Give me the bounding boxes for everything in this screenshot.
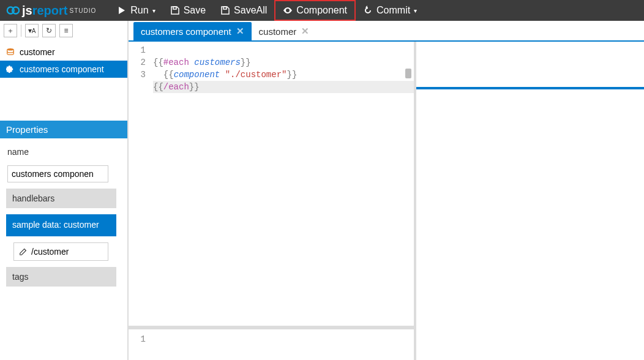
editor-split: 1 2 3 {{#each customers}} {{component ".… xyxy=(129,42,644,360)
tree-item-label: customers component xyxy=(20,64,104,74)
filter-button[interactable]: ▾A xyxy=(25,24,39,37)
logo-prefix: js xyxy=(22,4,32,18)
caret-down-icon: ▾ xyxy=(152,7,155,14)
tabs-row: customers component ✕ customer ✕ xyxy=(129,21,644,42)
menu-button[interactable]: ≡ xyxy=(59,24,73,37)
code-editor-main[interactable]: 1 2 3 {{#each customers}} {{component ".… xyxy=(129,42,414,326)
tree-toolbar: ＋ ▾A ↻ ≡ xyxy=(0,21,127,41)
preview-column xyxy=(416,42,644,360)
line-gutter: 1 2 3 xyxy=(129,42,153,326)
toolbar-items: Run ▾ Save SaveAll Component Commit ▾ xyxy=(110,0,424,21)
save-icon xyxy=(220,6,230,15)
run-label: Run xyxy=(130,5,148,16)
tab-label: customers component xyxy=(141,26,231,37)
right-pane: customers component ✕ customer ✕ 1 2 3 {… xyxy=(129,21,644,360)
commit-button[interactable]: Commit ▾ xyxy=(356,0,424,21)
entity-tree: customer customers component xyxy=(0,41,127,78)
tags-row[interactable]: tags xyxy=(6,267,116,287)
svg-rect-3 xyxy=(223,7,227,9)
properties-body: name xyxy=(0,138,127,189)
line-gutter: 1 xyxy=(129,329,153,360)
svg-point-4 xyxy=(7,48,14,51)
database-icon xyxy=(6,48,15,56)
scroll-thumb[interactable] xyxy=(405,69,411,78)
logo-icon xyxy=(6,4,20,17)
tab-customers-component[interactable]: customers component ✕ xyxy=(133,22,252,40)
line-number: 2 xyxy=(129,56,146,69)
commit-label: Commit xyxy=(376,5,410,16)
save-icon xyxy=(170,6,180,15)
puzzle-icon xyxy=(6,65,15,73)
sample-data-row[interactable]: sample data: customer xyxy=(6,214,116,236)
main-area: ＋ ▾A ↻ ≡ customer customers component Pr… xyxy=(0,21,644,360)
name-label: name xyxy=(7,144,120,159)
logo-suffix: STUDIO xyxy=(69,7,96,14)
caret-down-icon: ▾ xyxy=(414,7,417,14)
divider xyxy=(21,24,21,37)
run-button[interactable]: Run ▾ xyxy=(110,0,162,21)
logo-main: report xyxy=(32,4,68,18)
close-icon[interactable]: ✕ xyxy=(236,26,244,37)
logo[interactable]: jsreport STUDIO xyxy=(0,0,102,21)
line-number: 1 xyxy=(129,334,146,344)
tree-item-label: customer xyxy=(20,47,55,57)
properties-header: Properties xyxy=(0,121,127,138)
eye-icon xyxy=(283,6,293,15)
code-body[interactable]: {{#each customers}} {{component "./custo… xyxy=(153,42,414,326)
sample-data-picker[interactable]: /customer xyxy=(13,242,108,261)
line-number: 3 xyxy=(129,69,146,81)
saveall-label: SaveAll xyxy=(234,5,267,16)
name-input[interactable] xyxy=(7,165,108,182)
close-icon[interactable]: ✕ xyxy=(301,26,309,37)
component-button[interactable]: Component xyxy=(274,0,356,21)
history-icon xyxy=(363,6,373,15)
play-icon xyxy=(117,6,127,15)
left-pane: ＋ ▾A ↻ ≡ customer customers component Pr… xyxy=(0,21,129,360)
tab-label: customer xyxy=(259,26,297,37)
svg-rect-2 xyxy=(173,7,176,9)
add-button[interactable]: ＋ xyxy=(4,24,17,37)
engine-row[interactable]: handlebars xyxy=(6,189,116,208)
saveall-button[interactable]: SaveAll xyxy=(213,0,274,21)
preview-divider xyxy=(416,87,644,89)
save-button[interactable]: Save xyxy=(163,0,213,21)
tab-customer[interactable]: customer ✕ xyxy=(252,22,317,40)
save-label: Save xyxy=(184,5,206,16)
sample-data-value: /customer xyxy=(31,247,69,257)
component-label: Component xyxy=(296,5,347,16)
editor-left-column: 1 2 3 {{#each customers}} {{component ".… xyxy=(129,42,416,360)
tree-item-customer[interactable]: customer xyxy=(0,43,127,61)
refresh-button[interactable]: ↻ xyxy=(42,24,56,37)
code-body[interactable] xyxy=(153,329,414,360)
line-number: 1 xyxy=(129,44,146,56)
tree-item-customers-component[interactable]: customers component xyxy=(0,61,127,78)
edit-icon xyxy=(19,247,28,256)
top-toolbar: jsreport STUDIO Run ▾ Save SaveAll Compo… xyxy=(0,0,644,21)
code-editor-bottom[interactable]: 1 xyxy=(129,326,414,360)
